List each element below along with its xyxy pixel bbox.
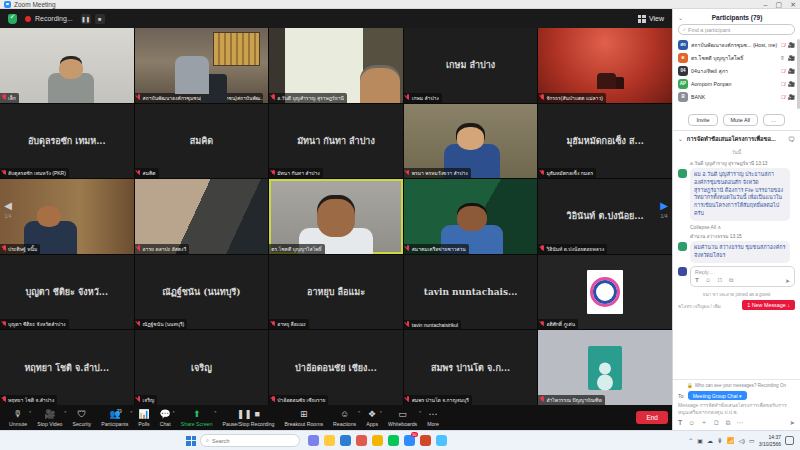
record-button[interactable]: ❚❚ ■Pause/Stop Recording <box>218 409 280 427</box>
plus-icon[interactable]: ＋ <box>701 418 708 427</box>
chat-bubble-icon[interactable]: 🗨 <box>788 136 795 143</box>
chrome-taskbar-icon[interactable] <box>372 435 383 446</box>
close-button[interactable]: ✕ <box>790 1 796 8</box>
volume-icon[interactable]: ◁) <box>738 437 745 444</box>
video-tile[interactable]: เจริญเจริญ <box>135 330 269 405</box>
video-tile[interactable]: หฤทยา โชติ จ.ลำป...หฤทยา โชติ จ.ลำปาง <box>0 330 134 405</box>
video-tile[interactable]: พรมา พรหมวังขวา ลำปาง <box>404 104 538 179</box>
participant-row[interactable]: ดดร.โชคดี บุญญาไสโพธิ์🎙🎥 <box>678 51 795 64</box>
paint-taskbar-icon[interactable] <box>436 435 447 446</box>
attach-file-icon[interactable]: 🗋 <box>713 419 720 426</box>
video-tile[interactable]: วิอินันท์ ต.ปงน้อย...วิอินันท์ ต.ปงน้อยด… <box>538 179 672 254</box>
participant-row[interactable]: APAomporn Ponpan🎙̸🎥 <box>678 77 795 90</box>
video-tile[interactable]: มุฮัมหมัดกอเซ็ง ส...มุฮัมหมัดกอเซ็ง กมตร <box>538 104 672 179</box>
video-tile[interactable]: สถาบันพัฒนาองค์กรชุมชน(องค์การมหาชน)สถาบ… <box>135 28 269 103</box>
video-tile[interactable]: ณัฏฐ์ชนัน (นนทบุรี)ณัฏฐ์ชนัน (นนทบุรี) <box>135 255 269 330</box>
format-text-icon[interactable]: 𝐓 <box>695 277 699 284</box>
video-tile[interactable]: เล็ก <box>0 28 134 103</box>
video-tile[interactable]: อาหยุบ ลือแมะอาหยุ ลือแมะ <box>269 255 403 330</box>
polls-button[interactable]: 📊Polls <box>133 409 154 427</box>
teams-chat-taskbar-icon[interactable] <box>308 435 319 446</box>
chat-collapse-icon[interactable]: ⌄ <box>678 136 683 142</box>
video-tile[interactable]: บุญตา ชีติยะ จังหวั...บุญตา ชีติยะ จังหว… <box>0 255 134 330</box>
participants-collapse-icon[interactable]: ⌄ <box>678 14 683 21</box>
composer-more-icon[interactable]: ⋯ <box>736 419 743 427</box>
wifi-icon[interactable]: 📶 <box>727 437 735 444</box>
emoji-icon[interactable]: ☺ <box>705 277 711 284</box>
tray-expand-icon[interactable]: ⌃ <box>688 437 693 444</box>
participants-button[interactable]: 👥79⌃Participants <box>96 409 133 427</box>
attach-file-icon[interactable]: 🗋 <box>717 277 723 284</box>
reply-input[interactable]: Reply... <box>695 269 790 275</box>
whiteboards-button[interactable]: ▭⌃Whiteboards <box>383 409 422 427</box>
video-tile[interactable]: สมพร ปานโต จ.ก...สมพร ปานโต จ.กาญจนบุรี <box>404 330 538 405</box>
stop-video-button[interactable]: 🎥⌃Stop Video <box>32 409 67 427</box>
video-tile[interactable]: ประดิษฐ์ หนิ้ม <box>0 179 134 254</box>
video-tile[interactable]: สมคิดสมคิด <box>135 104 269 179</box>
chat-button[interactable]: 💬⌃Chat <box>155 409 176 427</box>
collapse-all-button[interactable]: Collapse All ∧ <box>690 224 795 230</box>
minimize-button[interactable]: – <box>764 1 768 8</box>
chat-message-bubble[interactable]: ผมคำนวน สว่างธรรม ชุมชนสภาองค์กร จังหวัด… <box>690 241 790 263</box>
video-tile[interactable]: เกษม ลำปางเกษม ลำปาง <box>404 28 538 103</box>
unmute-button[interactable]: 🎙⌃Unmute <box>4 409 32 427</box>
encryption-shield-icon[interactable] <box>8 14 17 24</box>
windows-start-button[interactable] <box>186 436 196 446</box>
participants-more-button[interactable]: … <box>763 114 785 126</box>
video-tile[interactable]: อารย ตลาปะ อัสดงวี <box>135 179 269 254</box>
gallery-prev-page[interactable]: ◀ 1/4 <box>1 201 15 219</box>
more-button[interactable]: ⋯More <box>422 409 444 427</box>
send-reply-icon[interactable]: ➤ <box>785 277 790 284</box>
maximize-button[interactable]: ▢ <box>776 1 783 8</box>
screenshot-icon[interactable]: ⧉ <box>729 277 733 284</box>
view-button[interactable]: View <box>638 15 664 23</box>
format-text-icon[interactable]: 𝐓 <box>678 419 682 427</box>
zoom-taskbar-icon[interactable]: 10 <box>404 435 415 446</box>
gallery-next-page[interactable]: ▶ 1/4 <box>657 201 671 219</box>
end-meeting-button[interactable]: End <box>636 411 668 424</box>
apps-button[interactable]: ❖⌃Apps <box>361 409 383 427</box>
participant-row[interactable]: สถสถาบันพัฒนาองค์กรชุมช... (Host, me)🎙̸🎥 <box>678 38 795 51</box>
battery-icon[interactable]: ▭ <box>749 437 755 444</box>
security-button[interactable]: 🛡Security <box>67 409 96 427</box>
taskbar-clock[interactable]: 14:37 3/10/2566 <box>759 434 781 447</box>
video-tile[interactable]: tavin nuntachais...tavin nuntachaisiriku… <box>404 255 538 330</box>
participant-row[interactable]: 0404นาง/ทิพย์ สุภา🎙̸🎥 <box>678 64 795 77</box>
video-tile[interactable]: อับดุลรอซัก เทมห...อับดุลรอซัก เทมหวัง (… <box>0 104 134 179</box>
video-tile[interactable]: ป่าอ้อดอนชัย เชียง...ป่าอ้อดอนชัย เชียงร… <box>269 330 403 405</box>
new-message-button[interactable]: 1 New Message ↓ <box>742 300 795 310</box>
screenshot-icon[interactable]: ⧉ <box>726 419 731 427</box>
stop-recording-button[interactable]: ■ <box>95 14 105 24</box>
powerpoint-taskbar-icon[interactable] <box>420 435 431 446</box>
reactions-button[interactable]: ☺⌃Reactions <box>328 409 361 427</box>
invite-button[interactable]: Invite <box>688 114 717 126</box>
send-message-icon[interactable]: ➤ <box>790 419 795 427</box>
tray-app-icon[interactable]: ▣ <box>697 437 703 444</box>
file-explorer-taskbar-icon[interactable] <box>324 435 335 446</box>
participant-search-input[interactable]: ⌕ Find a participant <box>678 24 795 35</box>
video-tile[interactable]: อ.วันดี บุญสำราญ สุราษฎร์ธานี <box>269 28 403 103</box>
share-screen-button[interactable]: ⬆⌃Share Screen <box>176 409 218 427</box>
video-tile[interactable]: สมาคมเครือข่ายชาวสวน <box>404 179 538 254</box>
chat-message-input[interactable]: Message การจัดทำข้อเสนอโครงการเพื่อขอรับ… <box>678 402 795 416</box>
pause-recording-button[interactable]: ❚❚ <box>81 14 91 24</box>
tray-mic-icon[interactable]: 🎙 <box>717 438 723 444</box>
line-taskbar-icon[interactable] <box>388 435 399 446</box>
reply-composer[interactable]: Reply...𝐓☺🗋⧉➤ <box>678 266 795 287</box>
emoji-icon[interactable]: ☺ <box>688 419 695 426</box>
onedrive-cloud-icon[interactable]: ☁ <box>707 437 713 444</box>
photos-taskbar-icon[interactable] <box>356 435 367 446</box>
mute-all-button[interactable]: Mute All <box>723 114 759 126</box>
video-tile[interactable]: อดิศักดิ์ ภูเด่น <box>538 255 672 330</box>
breakout-rooms-button[interactable]: ⊞Breakout Rooms <box>279 409 328 427</box>
video-tile[interactable]: อำไพวรรณ ปัญญาบัณฑิต <box>538 330 672 405</box>
video-tile[interactable]: ดร.โชคดี บุญญาไสโพธิ์ <box>269 179 403 254</box>
edge-taskbar-icon[interactable] <box>340 435 351 446</box>
chat-message-bubble[interactable]: ผม อ.วันดี บุญสำราญ ประธานสภาองค์กรชุมชน… <box>690 168 790 221</box>
chat-channel-selector[interactable]: Meeting Group Chat ▾ <box>688 391 747 400</box>
taskbar-search-input[interactable]: ⌕ Search <box>200 434 300 447</box>
participant-row[interactable]: BBANK🎙̸🎥 <box>678 90 795 103</box>
video-tile[interactable]: มัทนา กันทา ลำปางมัทนา กันทา ลำปาง <box>269 104 403 179</box>
video-tile[interactable]: จักรธร(สันป่าแดด แม่ลาว) <box>538 28 672 103</box>
notification-center-icon[interactable] <box>785 436 794 445</box>
